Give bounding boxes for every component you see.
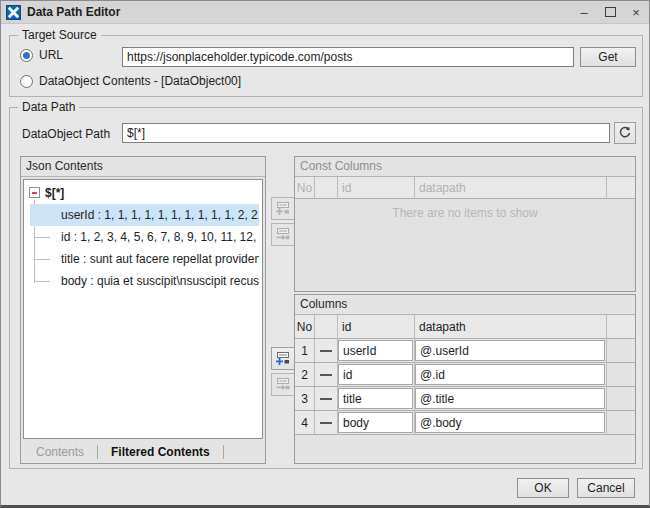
const-columns-header: Const Columns	[295, 157, 635, 177]
target-source-legend: Target Source	[18, 28, 101, 42]
table-row[interactable]: 3 title @.title	[295, 387, 635, 411]
json-contents-panel: Json Contents $[*] userId : 1, 1, 1, 1, …	[20, 156, 266, 464]
drag-handle-icon	[320, 350, 332, 352]
const-col-header-handle	[315, 177, 338, 199]
const-col-header-extra	[607, 177, 635, 199]
dataobject-contents-radio[interactable]	[20, 75, 33, 88]
row-number: 1	[295, 339, 315, 363]
tree-root-label: $[*]	[45, 186, 64, 200]
datapath-cell[interactable]: @.id	[415, 363, 607, 387]
table-row[interactable]: 2 id @.id	[295, 363, 635, 387]
row-number: 2	[295, 363, 315, 387]
const-columns-empty-message: There are no items to show	[295, 199, 635, 220]
id-cell[interactable]: id	[338, 363, 415, 387]
dataobject-path-input[interactable]	[122, 123, 610, 143]
table-row[interactable]: 4 body @.body	[295, 411, 635, 435]
datapath-cell[interactable]: @.userId	[415, 339, 607, 363]
id-cell[interactable]: title	[338, 387, 415, 411]
row-drag-handle[interactable]	[315, 339, 338, 363]
tree-root-node[interactable]: $[*]	[24, 182, 262, 204]
col-header-datapath: datapath	[415, 315, 607, 339]
url-radio-row: URL	[20, 48, 63, 62]
insert-column-icon	[275, 377, 291, 392]
datapath-value[interactable]: @.title	[415, 388, 605, 409]
cancel-button[interactable]: Cancel	[577, 478, 635, 498]
dataobject-radio-label: DataObject Contents - [DataObject00]	[39, 74, 241, 88]
drag-handle-icon	[320, 374, 332, 376]
json-contents-header: Json Contents	[21, 157, 265, 177]
add-const-column-button[interactable]	[271, 197, 295, 220]
insert-selected-button[interactable]	[271, 373, 295, 396]
tree-item-userid[interactable]: userId : 1, 1, 1, 1, 1, 1, 1, 1, 1, 1, 2…	[30, 204, 259, 226]
datapath-value[interactable]: @.body	[415, 412, 605, 433]
const-columns-table-header: No id datapath	[295, 177, 635, 199]
id-value[interactable]: body	[338, 412, 413, 433]
tree-item-id[interactable]: id : 1, 2, 3, 4, 5, 6, 7, 8, 9, 10, 11, …	[30, 226, 259, 248]
url-input[interactable]	[122, 47, 574, 67]
columns-panel: Columns No id datapath 1 userId @.userId…	[294, 294, 636, 464]
minimize-icon: –	[580, 5, 587, 20]
const-columns-empty-area: There are no items to show	[295, 199, 635, 291]
target-source-group: Target Source URL Get DataObject Content…	[9, 35, 643, 97]
refresh-icon	[618, 126, 632, 140]
columns-empty-area	[295, 435, 635, 463]
url-radio-label: URL	[39, 48, 63, 62]
tab-filtered-contents[interactable]: Filtered Contents	[98, 441, 223, 463]
minimize-button[interactable]: –	[571, 1, 597, 23]
data-path-group: Data Path DataObject Path Json Contents …	[9, 107, 643, 469]
col-header-handle	[315, 315, 338, 339]
url-radio[interactable]	[20, 49, 33, 62]
row-number: 4	[295, 411, 315, 435]
datapath-value[interactable]: @.id	[415, 364, 605, 385]
id-value[interactable]: userId	[338, 340, 413, 361]
id-value[interactable]: id	[338, 364, 413, 385]
id-value[interactable]: title	[338, 388, 413, 409]
const-columns-panel: Const Columns No id datapath There are n…	[294, 156, 636, 292]
maximize-icon	[605, 7, 616, 17]
const-col-header-id: id	[338, 177, 415, 199]
row-drag-handle[interactable]	[315, 363, 338, 387]
dataobject-path-label: DataObject Path	[22, 127, 110, 141]
row-drag-handle[interactable]	[315, 387, 338, 411]
json-tree: $[*] userId : 1, 1, 1, 1, 1, 1, 1, 1, 1,…	[24, 182, 262, 292]
const-col-header-datapath: datapath	[415, 177, 607, 199]
id-cell[interactable]: userId	[338, 339, 415, 363]
tree-item-title[interactable]: title : sunt aut facere repellat provide…	[30, 248, 259, 270]
app-logo-icon	[6, 5, 21, 20]
contents-tabstrip: Contents Filtered Contents	[21, 441, 265, 463]
maximize-button[interactable]	[597, 1, 623, 23]
refresh-path-button[interactable]	[614, 122, 636, 144]
id-cell[interactable]: body	[338, 411, 415, 435]
insert-column-icon	[275, 227, 291, 242]
datapath-value[interactable]: @.userId	[415, 340, 605, 361]
table-row[interactable]: 1 userId @.userId	[295, 339, 635, 363]
row-extra-cell	[607, 363, 635, 387]
row-extra-cell	[607, 411, 635, 435]
add-column-icon	[275, 201, 291, 216]
titlebar: Data Path Editor – ×	[1, 1, 649, 24]
data-path-editor-dialog: Data Path Editor – × Target Source URL G…	[0, 0, 650, 508]
datapath-cell[interactable]: @.body	[415, 411, 607, 435]
row-number: 3	[295, 387, 315, 411]
add-column-icon	[275, 351, 291, 366]
ok-button[interactable]: OK	[517, 478, 569, 498]
row-drag-handle[interactable]	[315, 411, 338, 435]
get-button[interactable]: Get	[580, 47, 636, 67]
close-icon: ×	[632, 5, 640, 20]
tab-contents[interactable]: Contents	[23, 441, 97, 463]
close-button[interactable]: ×	[623, 1, 649, 23]
json-tree-area[interactable]: $[*] userId : 1, 1, 1, 1, 1, 1, 1, 1, 1,…	[23, 179, 263, 439]
insert-const-selected-button[interactable]	[271, 223, 295, 246]
collapse-icon[interactable]	[29, 187, 40, 198]
tab-separator	[223, 445, 224, 459]
col-header-no: No	[295, 315, 315, 339]
row-extra-cell	[607, 339, 635, 363]
columns-table-header: No id datapath	[295, 315, 635, 339]
add-column-button[interactable]	[271, 347, 295, 370]
data-path-legend: Data Path	[18, 100, 79, 114]
const-col-header-no: No	[295, 177, 315, 199]
datapath-cell[interactable]: @.title	[415, 387, 607, 411]
drag-handle-icon	[320, 422, 332, 424]
tree-item-body[interactable]: body : quia et suscipit\nsuscipit recusa…	[30, 270, 259, 292]
col-header-id: id	[338, 315, 415, 339]
